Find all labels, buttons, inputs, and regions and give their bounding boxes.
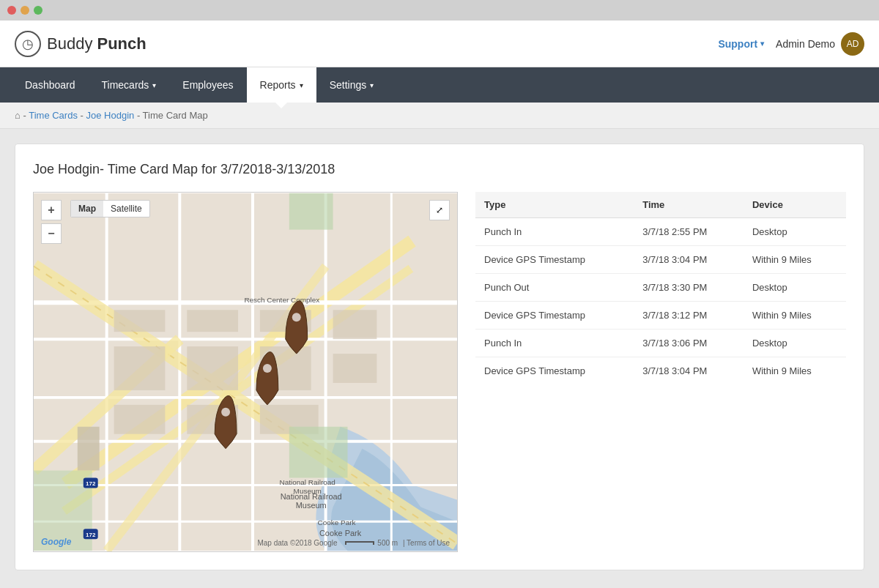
svg-rect-25 (333, 354, 377, 383)
map-controls: + − (41, 200, 62, 244)
nav-employees[interactable]: Employees (169, 67, 246, 103)
svg-rect-16 (114, 346, 166, 390)
breadcrumb-current: Time Card Map (143, 110, 208, 121)
page-title: Joe Hodgin- Time Card Map for 3/7/2018-3… (33, 162, 846, 177)
table-row: Device GPS Timestamp 3/7/18 3:04 PM With… (475, 357, 846, 385)
cell-device: Desktop (743, 218, 846, 246)
cell-device: Within 9 Miles (743, 246, 846, 274)
table-row: Punch Out 3/7/18 3:30 PM Desktop (475, 274, 846, 302)
svg-rect-15 (187, 310, 238, 332)
svg-rect-21 (78, 427, 100, 471)
svg-point-45 (263, 364, 272, 373)
breadcrumb: ⌂ - Time Cards - Joe Hodgin - Time Card … (0, 103, 879, 129)
table-row: Punch In 3/7/18 3:06 PM Desktop (475, 330, 846, 357)
chevron-down-icon: ▾ (370, 81, 374, 89)
svg-rect-28 (289, 193, 333, 230)
minimize-dot[interactable] (21, 6, 29, 15)
cell-type: Device GPS Timestamp (475, 246, 634, 274)
nav-timecards[interactable]: Timecards ▾ (89, 67, 170, 103)
breadcrumb-timecards[interactable]: Time Cards (29, 110, 78, 121)
svg-text:Resch Center Complex: Resch Center Complex (244, 296, 319, 304)
logo-icon: ◷ (15, 31, 41, 57)
svg-text:Cooke Park: Cooke Park (319, 529, 362, 537)
svg-rect-20 (114, 405, 166, 434)
svg-text:Cooke Park: Cooke Park (318, 518, 356, 526)
col-type: Type (475, 192, 634, 218)
chevron-down-icon: ▾ (300, 81, 303, 89)
navbar: Dashboard Timecards ▾ Employees Reports … (0, 67, 879, 103)
map-zoom-out[interactable]: − (41, 223, 62, 244)
svg-rect-17 (187, 346, 238, 390)
support-link[interactable]: Support ▾ (718, 38, 764, 50)
cell-type: Device GPS Timestamp (475, 357, 634, 385)
svg-text:Museum: Museum (294, 487, 322, 495)
map-google-label: Google (41, 537, 71, 547)
cell-type: Punch In (475, 330, 634, 357)
titlebar (0, 0, 879, 21)
cell-type: Punch In (475, 218, 634, 246)
user-info: Admin Demo AD (776, 32, 864, 56)
table-row: Device GPS Timestamp 3/7/18 3:12 PM With… (475, 302, 846, 330)
cell-time: 3/7/18 3:04 PM (634, 246, 743, 274)
map-scale: Map data ©2018 Google 500 m | Terms of U… (257, 539, 450, 547)
map-image: 172 172 Bay Park Square Ashwaubenon Nati… (34, 193, 457, 551)
svg-rect-26 (289, 427, 348, 478)
map-type-satellite[interactable]: Satellite (103, 201, 149, 217)
map-container: + − Map Satellite ⤢ (33, 192, 458, 552)
chevron-down-icon: ▾ (760, 40, 764, 48)
top-right: Support ▾ Admin Demo AD (718, 32, 864, 56)
map-zoom-in[interactable]: + (41, 200, 62, 220)
cell-device: Within 9 Miles (743, 302, 846, 330)
svg-rect-24 (333, 310, 377, 339)
breadcrumb-employee[interactable]: Joe Hodgin (86, 110, 134, 121)
top-header: ◷ Buddy Punch Support ▾ Admin Demo AD (0, 21, 879, 67)
maximize-dot[interactable] (34, 6, 42, 15)
cell-device: Desktop (743, 274, 846, 302)
svg-text:172: 172 (86, 532, 96, 538)
map-type-map[interactable]: Map (71, 201, 103, 217)
nav-dashboard[interactable]: Dashboard (12, 67, 89, 103)
content-area: + − Map Satellite ⤢ (33, 192, 846, 552)
cell-time: 3/7/18 3:30 PM (634, 274, 743, 302)
table-row: Device GPS Timestamp 3/7/18 3:04 PM With… (475, 246, 846, 274)
svg-text:National Railroad: National Railroad (280, 478, 335, 486)
cell-device: Within 9 Miles (743, 357, 846, 385)
svg-rect-14 (114, 310, 166, 332)
close-dot[interactable] (7, 6, 16, 15)
nav-settings[interactable]: Settings ▾ (316, 67, 387, 103)
cell-type: Device GPS Timestamp (475, 302, 634, 330)
logo: ◷ Buddy Punch (15, 31, 146, 57)
map-type-selector: Map Satellite (70, 200, 150, 217)
map-expand-icon[interactable]: ⤢ (429, 200, 450, 220)
cell-time: 3/7/18 2:55 PM (634, 218, 743, 246)
main-content: Joe Hodgin- Time Card Map for 3/7/2018-3… (0, 129, 879, 588)
svg-text:Museum: Museum (296, 501, 327, 510)
chevron-down-icon: ▾ (152, 81, 156, 89)
cell-time: 3/7/18 3:04 PM (634, 357, 743, 385)
cell-device: Desktop (743, 330, 846, 357)
home-icon[interactable]: ⌂ (15, 110, 21, 121)
svg-text:172: 172 (86, 480, 96, 487)
main-card: Joe Hodgin- Time Card Map for 3/7/2018-3… (15, 144, 864, 570)
data-table: Type Time Device Punch In 3/7/18 2:55 PM… (475, 192, 846, 384)
col-time: Time (634, 192, 743, 218)
cell-type: Punch Out (475, 274, 634, 302)
cell-time: 3/7/18 3:12 PM (634, 302, 743, 330)
svg-point-44 (292, 313, 301, 321)
table-row: Punch In 3/7/18 2:55 PM Desktop (475, 218, 846, 246)
nav-reports[interactable]: Reports ▾ (247, 67, 316, 103)
avatar: AD (841, 32, 864, 56)
svg-point-46 (221, 408, 230, 417)
logo-text: Buddy Punch (47, 34, 146, 53)
col-device: Device (743, 192, 846, 218)
cell-time: 3/7/18 3:06 PM (634, 330, 743, 357)
